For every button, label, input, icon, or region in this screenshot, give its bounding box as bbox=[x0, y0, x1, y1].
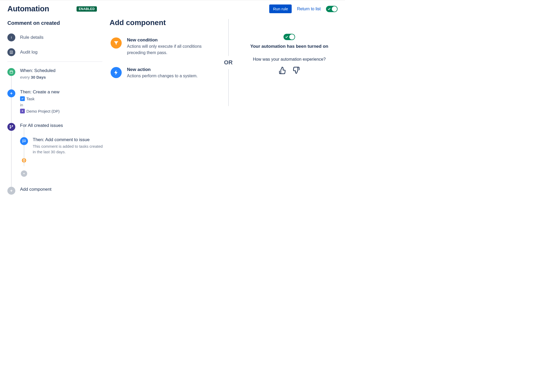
toggle-knob bbox=[289, 34, 295, 40]
or-divider: OR bbox=[220, 16, 236, 195]
header-left: Automation ENABLED bbox=[7, 4, 97, 13]
page-title: Automation bbox=[7, 4, 70, 13]
svg-point-12 bbox=[22, 111, 23, 112]
node-body: Then: Add comment to issue This comment … bbox=[33, 137, 104, 155]
new-condition-option[interactable]: New condition Actions will only execute … bbox=[110, 36, 215, 57]
divider-line bbox=[228, 19, 229, 56]
rule-enabled-toggle[interactable] bbox=[326, 6, 338, 12]
plus-icon bbox=[7, 187, 15, 195]
divider bbox=[7, 61, 102, 62]
add-comment-node[interactable]: Then: Add comment to issue This comment … bbox=[20, 137, 104, 158]
node-title: When: Scheduled bbox=[20, 68, 55, 73]
svg-rect-6 bbox=[10, 71, 13, 73]
or-label: OR bbox=[224, 59, 233, 66]
branch-subtree: Then: Add comment to issue This comment … bbox=[20, 133, 104, 177]
task-label: Task bbox=[26, 97, 35, 101]
option-title: New action bbox=[127, 67, 198, 72]
svg-rect-1 bbox=[11, 37, 12, 39]
turned-on-message: Your automation has been turned on bbox=[242, 44, 337, 49]
divider-line bbox=[228, 69, 229, 106]
check-icon bbox=[285, 35, 288, 39]
new-action-option[interactable]: New action Actions perform changes to a … bbox=[110, 66, 215, 80]
node-title: Then: Add comment to issue bbox=[33, 137, 104, 142]
svg-point-14 bbox=[12, 125, 13, 126]
node-title: Then: Create a new bbox=[20, 89, 60, 95]
task-line: Task bbox=[20, 96, 60, 101]
check-icon bbox=[328, 7, 331, 11]
status-badge: ENABLED bbox=[77, 6, 97, 12]
nav-label: Rule details bbox=[20, 35, 44, 40]
branch-icon bbox=[7, 123, 15, 131]
nav-rule-details[interactable]: Rule details bbox=[7, 32, 104, 43]
branch-node[interactable]: For All created issues bbox=[7, 123, 104, 133]
feedback-buttons bbox=[242, 66, 337, 74]
rule-tree: When: Scheduled every 30 Days Then: Crea… bbox=[7, 68, 104, 195]
node-body: For All created issues bbox=[20, 123, 63, 129]
project-line: Demo Project (DP) bbox=[20, 109, 60, 113]
header-right: Run rule Return to list bbox=[269, 4, 338, 13]
list-icon bbox=[7, 48, 15, 56]
create-issue-node[interactable]: Then: Create a new Task in Demo Project … bbox=[7, 89, 104, 123]
task-icon bbox=[20, 96, 25, 101]
run-rule-button[interactable]: Run rule bbox=[269, 4, 292, 13]
thumbs-down-button[interactable] bbox=[292, 66, 300, 74]
bolt-icon bbox=[111, 67, 122, 78]
nav-audit-log[interactable]: Audit log bbox=[7, 47, 104, 58]
node-body: When: Scheduled every 30 Days bbox=[20, 68, 55, 80]
add-step-button[interactable] bbox=[21, 170, 27, 177]
feedback-question: How was your automation experience? bbox=[242, 57, 337, 62]
toggle-knob bbox=[332, 6, 337, 12]
node-title: Add component bbox=[20, 187, 51, 192]
plus-icon bbox=[7, 89, 15, 97]
project-icon bbox=[20, 109, 25, 113]
calendar-icon bbox=[7, 68, 15, 76]
confirmation-panel: Your automation has been turned on How w… bbox=[236, 16, 345, 195]
rule-panel: Comment on created Rule details Audit lo… bbox=[0, 16, 104, 195]
svg-point-13 bbox=[10, 125, 11, 126]
project-label: Demo Project (DP) bbox=[26, 109, 60, 113]
node-subtitle: every 30 Days bbox=[20, 74, 55, 80]
panel-title: Add component bbox=[110, 18, 215, 27]
return-to-list-link[interactable]: Return to list bbox=[297, 7, 321, 11]
confirmation-toggle[interactable] bbox=[283, 34, 295, 40]
thumbs-up-button[interactable] bbox=[278, 66, 286, 74]
option-desc: Actions perform changes to a system. bbox=[127, 73, 198, 79]
option-body: New action Actions perform changes to a … bbox=[127, 67, 198, 79]
filter-icon bbox=[111, 37, 122, 49]
sub-bold: 30 Days bbox=[31, 75, 46, 79]
option-body: New condition Actions will only execute … bbox=[127, 37, 214, 56]
sub-prefix: every bbox=[20, 75, 31, 79]
svg-point-0 bbox=[11, 36, 12, 37]
body: Comment on created Rule details Audit lo… bbox=[0, 16, 345, 195]
comment-icon bbox=[20, 137, 28, 145]
header: Automation ENABLED Run rule Return to li… bbox=[0, 0, 345, 16]
in-line: in bbox=[20, 103, 60, 107]
rule-name: Comment on created bbox=[7, 20, 104, 26]
node-body: Add component bbox=[20, 187, 51, 193]
option-desc: Actions will only execute if all conditi… bbox=[127, 43, 214, 56]
node-title: For All created issues bbox=[20, 123, 63, 128]
option-title: New condition bbox=[127, 37, 214, 43]
add-component-panel: Add component New condition Actions will… bbox=[104, 16, 220, 195]
nav-label: Audit log bbox=[20, 50, 37, 55]
node-subtitle: This comment is added to tasks created i… bbox=[33, 144, 104, 155]
add-component-node[interactable]: Add component bbox=[7, 177, 104, 195]
info-icon bbox=[7, 34, 15, 41]
node-body: Then: Create a new Task in Demo Project … bbox=[20, 89, 60, 113]
trigger-node[interactable]: When: Scheduled every 30 Days bbox=[7, 68, 104, 89]
